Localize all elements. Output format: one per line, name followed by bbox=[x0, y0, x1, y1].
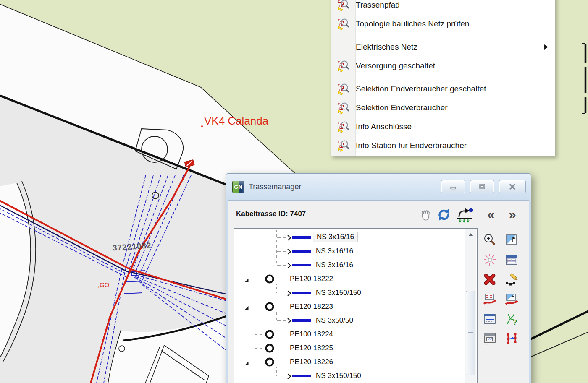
edit-vertices-icon bbox=[505, 273, 518, 286]
measure-button[interactable] bbox=[504, 331, 519, 346]
cable-flag-icon bbox=[505, 292, 518, 306]
tree-item-ns-3x16-16-1[interactable]: NS 3x16/16 bbox=[234, 246, 477, 257]
conduit-icon bbox=[265, 274, 275, 284]
map-label-annotation: ,GO bbox=[98, 281, 110, 288]
delete-button[interactable] bbox=[483, 272, 497, 287]
trace-route-icon bbox=[455, 207, 474, 223]
conduit-icon bbox=[265, 343, 275, 353]
tree-item-ns-3x150-150-4[interactable]: NS 3x150/150 bbox=[234, 287, 477, 299]
window-title: Trassemanager bbox=[249, 182, 301, 191]
menu-item-trassenpfad[interactable]: Trassenpfad bbox=[331, 0, 555, 14]
trace-icon bbox=[337, 0, 349, 11]
tree-item-ns-3x150-150-10[interactable]: NS 3x150/150 bbox=[234, 370, 477, 382]
close-icon bbox=[508, 182, 517, 191]
scrollbar-thumb[interactable] bbox=[466, 291, 475, 375]
measure-icon bbox=[505, 332, 518, 345]
menu-separator bbox=[357, 35, 553, 36]
trace-query-icon: ? bbox=[505, 312, 518, 326]
flash-icon bbox=[483, 253, 496, 266]
menu-item-topologie-bauliches-netz-pr-fen[interactable]: Topologie bauliches Netz prüfen bbox=[331, 14, 555, 33]
next-chevrons-icon: » bbox=[509, 208, 516, 221]
minimize-button[interactable] bbox=[441, 180, 465, 193]
trassemanager-window: GN Trassemanager Kabeltrasse ID: 7407 «»… bbox=[226, 173, 531, 383]
svg-text:?: ? bbox=[513, 318, 517, 326]
hand-icon bbox=[417, 207, 434, 223]
zoom-in-icon bbox=[483, 233, 496, 247]
menu-item-label: Topologie bauliches Netz prüfen bbox=[356, 19, 469, 29]
flash-button[interactable] bbox=[483, 253, 497, 267]
tree-connector bbox=[276, 367, 277, 376]
pan-button[interactable] bbox=[417, 206, 434, 223]
tree-item-ns-3x16-16-2[interactable]: NS 3x16/16 bbox=[234, 260, 477, 271]
report-icon bbox=[483, 332, 496, 345]
trace-icon bbox=[337, 83, 349, 95]
cable-form-button[interactable] bbox=[483, 292, 497, 306]
app-logo: GN bbox=[232, 181, 244, 193]
submenu-arrow-icon bbox=[544, 44, 548, 50]
report-button[interactable] bbox=[483, 331, 497, 346]
tree-item-pe100-18224-7[interactable]: PE100 18224 bbox=[234, 329, 477, 340]
menu-item-selektion-endverbraucher-geschaltet[interactable]: Selektion Endverbraucher geschaltet bbox=[331, 79, 555, 98]
zoom-in-button[interactable] bbox=[483, 233, 497, 247]
cable-flag-button[interactable] bbox=[504, 292, 519, 306]
maximize-icon bbox=[478, 182, 487, 191]
trace-icon bbox=[337, 120, 349, 133]
menu-item-selektion-endverbraucher[interactable]: Selektion Endverbraucher bbox=[331, 98, 555, 117]
conduit-icon bbox=[265, 329, 275, 339]
menu-item-elektrisches-netz[interactable]: Elektrisches Netz bbox=[331, 37, 555, 56]
flag-map-button[interactable] bbox=[504, 233, 519, 247]
menu-item-info-anschl-sse[interactable]: Info Anschlüsse bbox=[331, 117, 555, 136]
properties-button[interactable] bbox=[504, 253, 519, 267]
tree-item-label: NS 3x16/16 bbox=[313, 232, 358, 242]
cable-form-icon bbox=[483, 292, 496, 306]
conduit-icon bbox=[265, 302, 275, 312]
cable-arrow-icon bbox=[287, 263, 291, 268]
expand-triangle-icon[interactable] bbox=[244, 277, 249, 281]
next-button[interactable]: » bbox=[506, 206, 519, 223]
menu-item-label: Selektion Endverbraucher bbox=[356, 103, 448, 112]
tree-item-pe120-18225-8[interactable]: PE120 18225 bbox=[234, 343, 477, 354]
tree-connector bbox=[276, 230, 277, 265]
maximize-button[interactable] bbox=[470, 180, 494, 193]
tree-connector bbox=[276, 284, 277, 293]
tree-item-label: PE120 18223 bbox=[290, 302, 333, 311]
menu-item-label: Info Station für Endverbraucher bbox=[356, 141, 467, 150]
tree-item-pe120-18223-5[interactable]: PE120 18223 bbox=[234, 301, 477, 313]
protocol-icon bbox=[483, 312, 496, 326]
follow-trace-button[interactable] bbox=[455, 206, 474, 223]
menu-item-label: Selektion Endverbraucher geschaltet bbox=[356, 84, 486, 94]
flag-map-icon bbox=[505, 233, 518, 247]
edit-vertices-button[interactable] bbox=[504, 272, 519, 287]
tree-scrollbar[interactable] bbox=[465, 229, 476, 383]
refresh-button[interactable] bbox=[436, 206, 452, 223]
cable-line-icon bbox=[292, 292, 311, 294]
tree-item-pe120-18226-9[interactable]: PE120 18226 bbox=[234, 357, 477, 368]
tree-item-ns-3x16-16-0[interactable]: NS 3x16/16 bbox=[234, 232, 477, 243]
flag-marker bbox=[184, 160, 194, 167]
trace-icon bbox=[337, 102, 349, 114]
expand-triangle-icon[interactable] bbox=[244, 360, 249, 365]
cable-arrow-icon bbox=[287, 235, 291, 241]
menu-item-label: Elektrisches Netz bbox=[356, 42, 417, 52]
minimize-icon bbox=[449, 182, 458, 191]
cable-line-icon bbox=[292, 264, 311, 266]
cable-arrow-icon bbox=[287, 318, 291, 324]
previous-button[interactable]: « bbox=[485, 206, 497, 223]
menu-item-label: Versorgung geschaltet bbox=[356, 61, 435, 70]
close-button[interactable] bbox=[499, 180, 526, 193]
expand-triangle-icon[interactable] bbox=[244, 305, 249, 309]
menu-item-versorgung-geschaltet[interactable]: Versorgung geschaltet bbox=[331, 56, 555, 75]
cable-arrow-icon bbox=[287, 249, 291, 255]
protocol-button[interactable] bbox=[483, 312, 497, 326]
tree-item-label: NS 3x50/50 bbox=[316, 316, 353, 325]
trace-query-button[interactable]: ? bbox=[504, 312, 519, 326]
tree-item-ns-3x50-50-6[interactable]: NS 3x50/50 bbox=[234, 315, 477, 326]
cable-line-icon bbox=[292, 375, 311, 377]
tree-item-pe120-18222-3[interactable]: PE120 18222 bbox=[234, 274, 477, 285]
window-titlebar[interactable]: GN Trassemanager bbox=[226, 174, 531, 200]
menu-item-info-station-f-r-endverbraucher[interactable]: Info Station für Endverbraucher bbox=[331, 136, 555, 155]
delete-icon bbox=[483, 273, 496, 286]
tree-item-label: NS 3x150/150 bbox=[316, 289, 361, 297]
scroll-up-button[interactable] bbox=[465, 229, 476, 240]
trace-icon bbox=[337, 60, 349, 72]
